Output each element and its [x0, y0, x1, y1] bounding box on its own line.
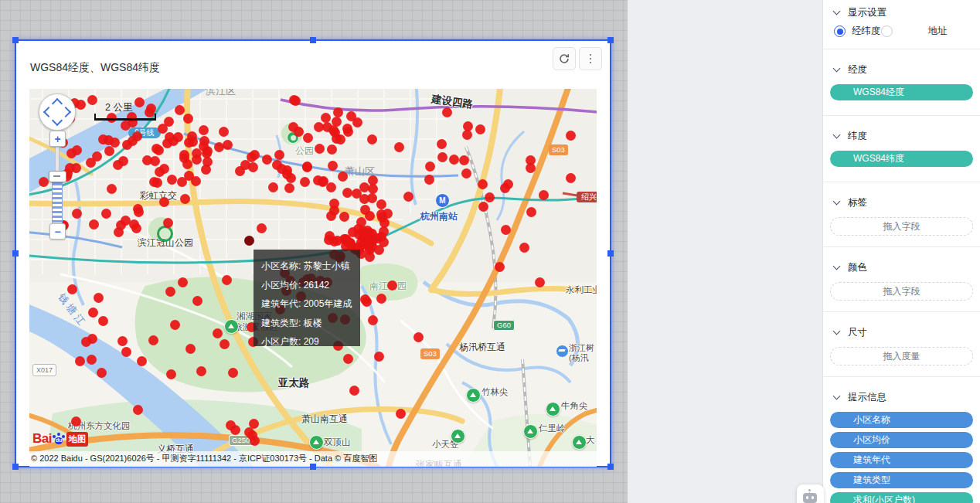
data-point[interactable]: [199, 125, 209, 135]
chevron-down-icon[interactable]: [833, 65, 841, 73]
radio-selected[interactable]: [834, 25, 846, 37]
data-point[interactable]: [303, 133, 313, 143]
data-point[interactable]: [425, 161, 435, 172]
data-point[interactable]: [219, 339, 230, 349]
section-header-latitude[interactable]: 纬度: [823, 130, 980, 142]
resize-handle-mid-right[interactable]: [607, 250, 614, 257]
data-point[interactable]: [87, 95, 97, 105]
field-pill[interactable]: 小区名称: [830, 412, 973, 428]
resize-handle-top-center[interactable]: [310, 37, 316, 43]
field-pill[interactable]: 求和(小区户数): [830, 492, 973, 503]
data-point[interactable]: [154, 145, 164, 155]
drop-zone[interactable]: 拖入字段: [830, 282, 973, 301]
drop-zone[interactable]: 拖入字段: [830, 217, 973, 236]
data-point[interactable]: [291, 96, 301, 106]
chevron-down-icon[interactable]: [833, 393, 841, 400]
data-point[interactable]: [379, 226, 389, 236]
pan-left-icon[interactable]: [43, 107, 54, 117]
data-point[interactable]: [39, 177, 49, 187]
data-point[interactable]: [341, 234, 351, 244]
data-point[interactable]: [313, 175, 323, 185]
data-point[interactable]: [459, 155, 469, 165]
data-point[interactable]: [349, 386, 359, 396]
data-point[interactable]: [396, 409, 406, 419]
resize-handle-bottom-left[interactable]: [12, 464, 19, 470]
section-header-label[interactable]: 标签: [823, 196, 980, 209]
data-point[interactable]: [226, 420, 236, 430]
data-point[interactable]: [213, 328, 223, 338]
data-point[interactable]: [379, 237, 389, 247]
chevron-down-icon[interactable]: [833, 198, 841, 206]
section-header-tooltip[interactable]: 提示信息: [823, 391, 980, 403]
assistant-button[interactable]: [797, 484, 824, 503]
field-pill[interactable]: WGS84经度: [830, 84, 973, 100]
data-point[interactable]: [366, 238, 376, 248]
chevron-down-icon[interactable]: [833, 328, 841, 335]
data-point[interactable]: [326, 182, 336, 192]
data-point[interactable]: [191, 176, 201, 186]
section-header-longitude[interactable]: 经度: [823, 63, 980, 76]
data-point[interactable]: [247, 430, 257, 440]
field-pill[interactable]: WGS84纬度: [830, 151, 973, 167]
data-point[interactable]: [222, 275, 232, 285]
data-point[interactable]: [248, 162, 258, 172]
data-point[interactable]: [566, 131, 576, 141]
data-point[interactable]: [166, 369, 176, 379]
section-header-size[interactable]: 尺寸: [823, 326, 980, 338]
data-point[interactable]: [113, 160, 123, 170]
chevron-down-icon[interactable]: [833, 131, 841, 139]
zoom-slider-handle[interactable]: [49, 171, 66, 182]
zoom-in-button[interactable]: +: [49, 131, 66, 147]
zoom-level-ladder[interactable]: [52, 182, 63, 225]
data-point[interactable]: [424, 175, 434, 185]
section-header-display[interactable]: 显示设置: [823, 6, 980, 19]
radio-unselected[interactable]: [881, 25, 893, 37]
data-point[interactable]: [360, 294, 370, 304]
data-point[interactable]: [71, 163, 81, 173]
field-pill[interactable]: 小区均价: [830, 432, 973, 448]
data-point[interactable]: [294, 127, 304, 137]
data-point[interactable]: [475, 124, 485, 134]
data-point[interactable]: [535, 277, 545, 287]
data-point[interactable]: [326, 211, 336, 221]
data-point[interactable]: [343, 354, 353, 364]
drop-zone[interactable]: 拖入度量: [830, 347, 973, 365]
data-point[interactable]: [121, 121, 131, 131]
baidu-map[interactable]: 建设四路滨江区公园萧山区彩虹立交杭州南站南江公园永利工业园杨汛桥互通浙江树(杨汛…: [29, 89, 597, 467]
data-point[interactable]: [368, 315, 378, 325]
data-point[interactable]: [501, 225, 511, 235]
highlighted-data-point[interactable]: [244, 236, 254, 246]
resize-handle-top-right[interactable]: [607, 37, 614, 43]
data-point[interactable]: [262, 155, 272, 165]
data-point[interactable]: [367, 134, 377, 144]
data-point[interactable]: [101, 209, 111, 219]
data-point[interactable]: [104, 146, 114, 156]
data-point[interactable]: [183, 114, 193, 124]
pan-right-icon[interactable]: [60, 107, 71, 117]
data-point[interactable]: [170, 320, 180, 330]
data-point[interactable]: [146, 104, 156, 114]
data-point[interactable]: [333, 107, 343, 117]
data-point[interactable]: [192, 296, 202, 306]
data-point[interactable]: [196, 366, 206, 376]
map-widget-card[interactable]: WGS84经度、WGS84纬度: [15, 39, 611, 467]
data-point[interactable]: [377, 212, 387, 223]
map-pan-control[interactable]: [39, 93, 76, 131]
data-point[interactable]: [300, 177, 310, 187]
data-point[interactable]: [332, 134, 342, 144]
resize-handle-bottom-center[interactable]: [310, 464, 316, 470]
resize-handle-top-left[interactable]: [12, 37, 19, 43]
data-point[interactable]: [442, 107, 452, 117]
data-point[interactable]: [257, 223, 267, 233]
pan-down-icon[interactable]: [52, 115, 63, 126]
data-point[interactable]: [86, 158, 96, 168]
zoom-out-button[interactable]: −: [49, 223, 66, 240]
data-point[interactable]: [182, 159, 192, 169]
data-point[interactable]: [88, 308, 98, 318]
data-point[interactable]: [148, 335, 158, 345]
data-point[interactable]: [566, 173, 576, 183]
data-point[interactable]: [192, 148, 202, 158]
data-point[interactable]: [321, 113, 331, 123]
data-point[interactable]: [387, 280, 397, 291]
data-point[interactable]: [526, 155, 536, 165]
